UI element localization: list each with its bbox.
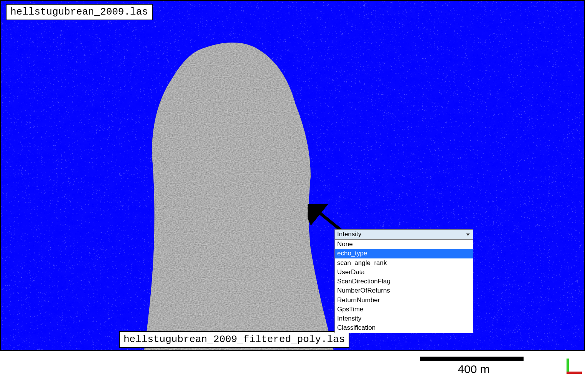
point-cloud-viewport[interactable]: hellstugubrean_2009.las hellstugubrean_2… xyxy=(0,0,585,351)
dropdown-option[interactable]: NumberOfReturns xyxy=(335,286,473,295)
svg-rect-4 xyxy=(1,1,584,350)
axis-x-icon xyxy=(567,372,582,374)
dropdown-option[interactable]: GpsTime xyxy=(335,305,473,314)
scalar-field-dropdown[interactable]: Intensity Noneecho_typescan_angle_rankUs… xyxy=(334,229,473,333)
axis-indicator xyxy=(564,356,584,376)
full-file-label: hellstugubrean_2009.las xyxy=(6,4,153,20)
dropdown-option[interactable]: Classification xyxy=(335,323,473,332)
dropdown-option[interactable]: ScanDirectionFlag xyxy=(335,277,473,286)
scale-bar-line xyxy=(420,357,524,361)
dropdown-option[interactable]: echo_type xyxy=(335,249,473,258)
dropdown-selected-text: Intensity xyxy=(337,230,361,238)
dropdown-option[interactable]: UserData xyxy=(335,268,473,277)
dropdown-option[interactable]: Intensity xyxy=(335,314,473,323)
dropdown-selected[interactable]: Intensity xyxy=(335,230,473,240)
scale-bar-label: 400 m xyxy=(420,363,527,376)
dropdown-list[interactable]: Noneecho_typescan_angle_rankUserDataScan… xyxy=(335,240,473,333)
dropdown-option[interactable]: None xyxy=(335,240,473,249)
scale-bar: 400 m xyxy=(420,357,527,376)
filtered-point-cloud xyxy=(1,1,584,350)
dropdown-option[interactable]: scan_angle_rank xyxy=(335,258,473,268)
chevron-down-icon xyxy=(466,234,470,236)
dropdown-option[interactable]: ReturnNumber xyxy=(335,296,473,305)
filtered-file-label: hellstugubrean_2009_filtered_poly.las xyxy=(119,331,349,348)
